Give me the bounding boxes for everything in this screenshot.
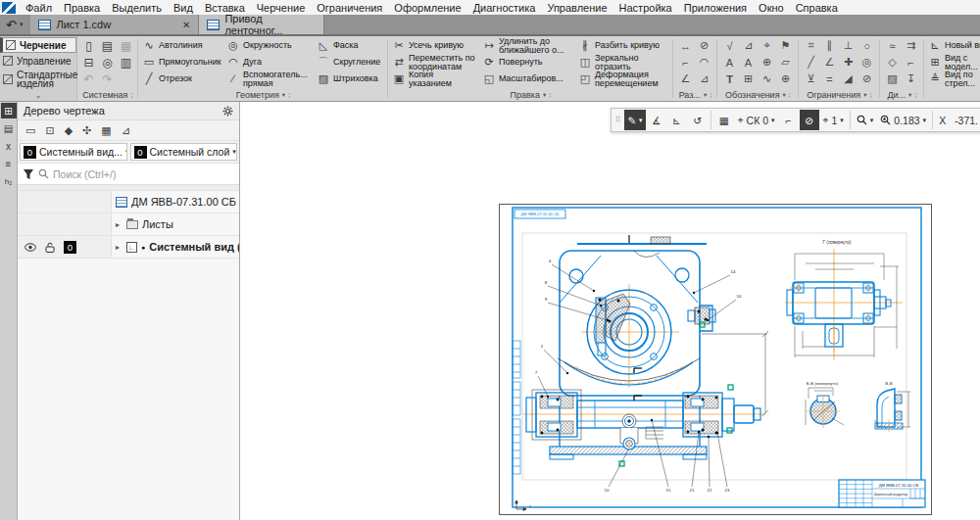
- view-arrow-icon[interactable]: А: [745, 57, 752, 69]
- parameters-panel-tab[interactable]: ▤: [1, 120, 17, 136]
- menu-help[interactable]: Справка: [790, 2, 844, 14]
- tree-item-system-view[interactable]: 0 ▸∟●Системный вид (1:1): [18, 236, 239, 259]
- equal-icon[interactable]: =: [826, 73, 832, 85]
- gear-icon[interactable]: [222, 106, 233, 117]
- menu-file[interactable]: Файл: [20, 2, 58, 14]
- menu-drafting[interactable]: Черчение: [251, 2, 312, 14]
- cut-line-icon[interactable]: А: [726, 57, 733, 69]
- arc-dimension-icon[interactable]: ◠: [700, 56, 710, 69]
- group-handle-icon[interactable]: ⁞: [789, 91, 790, 100]
- zoom-scale-dropdown[interactable]: 0.183▾: [877, 110, 929, 130]
- variables-panel-tab[interactable]: x: [1, 138, 17, 154]
- roughness-icon[interactable]: √: [726, 40, 732, 52]
- group-handle-icon[interactable]: ⁞: [869, 91, 870, 100]
- angle-snap-button[interactable]: ∡: [647, 110, 666, 130]
- drawing-tree-panel-tab[interactable]: ⊞: [1, 103, 17, 118]
- current-layer-icon[interactable]: ◆: [65, 124, 73, 137]
- rotate-view-button[interactable]: ↺: [688, 110, 708, 130]
- segment-button[interactable]: ╱Отрезок: [140, 71, 224, 87]
- search-input[interactable]: [53, 168, 234, 180]
- layer-filter-dropdown[interactable]: 0 Системный слой ▾: [130, 143, 238, 161]
- fillet-button[interactable]: ⌒Скругление: [315, 54, 385, 71]
- text-icon[interactable]: Т: [726, 73, 733, 85]
- corner-mode-button[interactable]: ⌐: [779, 110, 799, 130]
- align-icon[interactable]: ◢: [844, 72, 852, 85]
- menu-view[interactable]: Вид: [168, 2, 199, 14]
- view-state-icon[interactable]: ⊿: [122, 124, 130, 137]
- stamp-icon[interactable]: ▱: [781, 56, 789, 69]
- arc-button[interactable]: ◠Дуга: [224, 54, 315, 71]
- group-expand-icon[interactable]: ▾: [783, 91, 786, 99]
- auto-dimension-icon[interactable]: ↔: [680, 40, 691, 52]
- snap-settings-button[interactable]: ✎▾: [624, 110, 645, 130]
- lock-icon[interactable]: [45, 242, 55, 253]
- group-expand-icon[interactable]: ▾: [704, 91, 707, 99]
- radial-dimension-icon[interactable]: ⊿: [700, 72, 709, 85]
- tree-item-sheets[interactable]: ▸Листы: [18, 213, 239, 236]
- split-curve-button[interactable]: ∦Разбить кривую: [576, 37, 670, 54]
- preview-button[interactable]: ◎: [102, 56, 112, 70]
- move-by-coordinates-button[interactable]: ⇄Переместить по координатам: [390, 54, 480, 71]
- coordinate-system-dropdown[interactable]: ⌖СК 0▾: [735, 110, 778, 130]
- x-coordinate-field[interactable]: X -371.: [936, 110, 980, 130]
- center-mark-icon[interactable]: ⊕: [762, 56, 771, 69]
- group-handle-icon[interactable]: ⁞: [130, 91, 131, 100]
- insert-image-icon[interactable]: ▦: [101, 124, 111, 137]
- circle-button[interactable]: ◎Окружность: [224, 37, 315, 54]
- autoline-button[interactable]: ∿Автолиния: [140, 37, 224, 54]
- rectangle-button[interactable]: ▭Прямоугольник: [140, 54, 224, 71]
- ortho-snap-button[interactable]: ⊾: [667, 110, 687, 130]
- close-tab-icon[interactable]: ✕: [182, 20, 190, 30]
- drawing-sheet[interactable]: ДМ ЯВВ-07.31.00 СБ x: [499, 204, 932, 515]
- measure-panel-tab[interactable]: h₂: [1, 173, 17, 189]
- open-document-button[interactable]: ▤: [102, 39, 113, 53]
- centerline-icon[interactable]: ⊕: [781, 72, 790, 85]
- group-handle-icon[interactable]: ⁞: [710, 91, 710, 100]
- layer-settings-icon[interactable]: ✣: [82, 124, 91, 137]
- menu-settings[interactable]: Настройка: [613, 2, 678, 14]
- menu-diagnostics[interactable]: Диагностика: [467, 2, 542, 14]
- toolbar-drag-handle[interactable]: ⠿: [614, 116, 621, 124]
- construction-line-button[interactable]: ∕Вспомогатель... прямая: [224, 71, 315, 87]
- deform-button[interactable]: ◰Деформация перемещением: [576, 71, 670, 87]
- tab-list1[interactable]: Лист 1.cdw ✕: [30, 15, 199, 34]
- axis-line-icon[interactable]: ∿: [762, 72, 771, 85]
- expand-arrow-icon[interactable]: ▸: [116, 243, 122, 252]
- table-icon[interactable]: ⊞: [744, 72, 753, 85]
- show-sheet-icon[interactable]: ▭: [25, 124, 35, 137]
- menu-select[interactable]: Выделить: [106, 2, 168, 14]
- scale-button[interactable]: ◱Масштабиров...: [480, 71, 576, 87]
- tangent-icon[interactable]: ○: [863, 40, 870, 52]
- save-button[interactable]: ▦: [121, 39, 131, 53]
- panel-tab-drafting[interactable]: Черчение: [0, 37, 76, 53]
- menu-insert[interactable]: Вставка: [199, 2, 251, 14]
- perpendicular-icon[interactable]: ⊥: [844, 39, 854, 52]
- mirror-button[interactable]: ◫Зеркально отразить: [576, 54, 670, 71]
- check-icon[interactable]: ⇉: [906, 39, 915, 52]
- print-button[interactable]: ⊟: [83, 56, 93, 70]
- area-icon[interactable]: ▨: [887, 72, 897, 85]
- datum-icon[interactable]: ⊿: [744, 39, 753, 52]
- redo-ribbon-button[interactable]: ↷: [102, 72, 112, 86]
- view-by-arrow-button[interactable]: ≜Вид по стрел...: [926, 71, 980, 87]
- layers-panel-tab[interactable]: ≡: [1, 156, 17, 171]
- hatch-button[interactable]: ▨Штриховка: [315, 71, 385, 87]
- layer-number-badge[interactable]: 0: [64, 241, 76, 254]
- menu-window[interactable]: Окно: [753, 2, 790, 14]
- drawing-canvas-area[interactable]: ⠿ ✎▾ ∡ ⊾ ↺ ▦ ⌖СК 0▾ ⌐ ⊘ ⌖1▾ ▾ 0.183▾ X -…: [240, 102, 980, 520]
- block-constraints-icon[interactable]: ⊘: [862, 72, 871, 85]
- menu-constraints[interactable]: Ограничения: [311, 2, 388, 14]
- diameter-dimension-icon[interactable]: ⊘: [700, 39, 709, 52]
- layer-dropdown[interactable]: ⌖1▾: [820, 110, 847, 130]
- symmetric-icon[interactable]: ⊻: [807, 72, 814, 85]
- undo-dropdown-icon[interactable]: ▾: [20, 21, 24, 28]
- group-expand-icon[interactable]: ▾: [908, 91, 911, 99]
- extend-button[interactable]: ↦Удлинить до ближайшего о...: [480, 37, 576, 54]
- linear-dimension-icon[interactable]: ⌐: [682, 57, 688, 69]
- measure-icon[interactable]: ≈: [889, 40, 895, 52]
- view-from-model-button[interactable]: ⊞Вид с модел...: [926, 54, 980, 71]
- rounding-toggle-button[interactable]: ⊘: [800, 110, 819, 130]
- grid-toggle-button[interactable]: ▦: [714, 110, 734, 130]
- zoom-menu-button[interactable]: ▾: [854, 110, 877, 130]
- panel-tab-standard-parts[interactable]: Стандартные изделия: [0, 69, 76, 91]
